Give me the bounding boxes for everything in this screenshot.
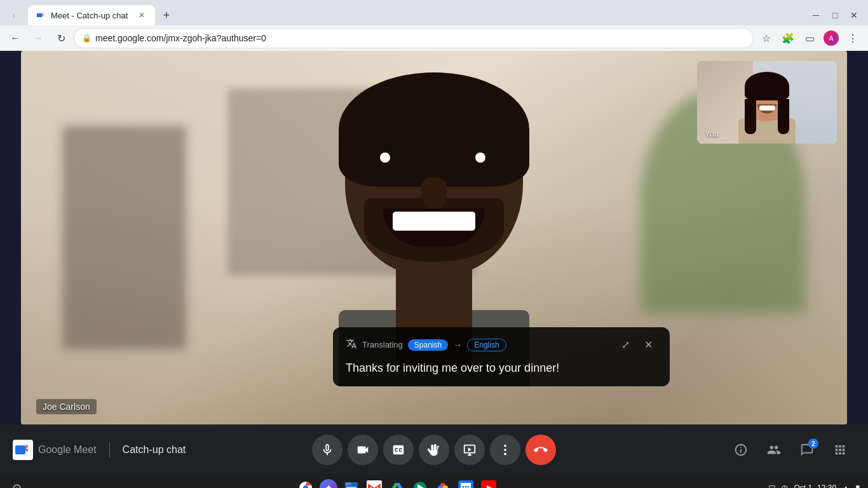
bookmark-button[interactable]: ☆ [756,28,776,48]
arrow-icon: → [453,340,462,350]
taskbar-right: ⊡ ⊕ Oct 1 12:30 ▲ ▮ [768,483,860,488]
lock-icon: 🔒 [82,34,92,43]
translation-overlay: Translating Spanish → English ⤢ ✕ Thanks… [333,327,670,386]
extensions-button[interactable]: 🧩 [778,28,798,48]
captions-button[interactable] [383,435,414,465]
translation-header: Translating Spanish → English ⤢ ✕ [346,336,657,354]
end-call-button[interactable] [526,435,556,465]
time-display: 12:30 [817,484,836,488]
window-controls: ─ □ ✕ [807,6,863,24]
right-eye-white [475,152,485,163]
screen-reader-app[interactable]: ⊙ [8,479,25,488]
add-icon[interactable]: ⊕ [781,483,789,488]
meet-container: Joe Carlson Translating Spanish → Englis… [0,51,868,424]
messages-app-icon[interactable] [457,479,475,488]
tab-favicon [36,10,46,20]
date-text: Oct 1 [794,484,812,488]
new-tab-button[interactable]: + [158,6,175,24]
translation-close-button[interactable]: ✕ [639,336,657,354]
raise-hand-button[interactable] [419,435,449,465]
translation-expand-button[interactable]: ⤢ [616,336,634,354]
svg-point-4 [504,449,506,451]
self-view-label: You [705,129,719,139]
taskbar: ⊙ ✦ [0,475,868,488]
main-video: Joe Carlson Translating Spanish → Englis… [21,51,847,424]
menu-button[interactable]: ⋮ [843,28,863,48]
svg-point-20 [462,486,464,488]
tab-prev-button[interactable]: ‹ [5,6,23,24]
svg-rect-2 [15,445,25,454]
google-meet-icon [13,440,33,460]
face-head [345,72,523,276]
wifi-icon: ▲ [841,483,850,488]
left-eye [370,150,402,169]
left-eye-white [380,152,390,163]
more-options-button[interactable] [490,435,520,465]
google-meet-wordmark: Google Meet [38,444,97,456]
chat-badge: 2 [808,438,818,449]
translate-icon [346,338,357,352]
close-button[interactable]: ✕ [845,6,863,24]
svg-point-21 [465,486,466,488]
profile-button[interactable]: A [821,28,841,48]
camera-button[interactable] [348,435,378,465]
taskbar-left: ⊙ [8,479,25,488]
maximize-button[interactable]: □ [826,6,844,24]
right-eye [466,150,498,169]
translation-text: Thanks for inviting me over to your dinn… [346,360,657,376]
date-display: Oct 1 [794,484,812,488]
active-tab[interactable]: Meet - Catch-up chat ✕ [28,5,155,25]
reload-button[interactable]: ↻ [51,28,71,48]
back-button[interactable]: ← [5,28,25,48]
face-nose [421,178,447,210]
address-bar[interactable]: 🔒 meet.google.com/jmx-zgoh-jka?authuser=… [74,28,754,48]
svg-point-5 [504,453,506,456]
google-drive-app-icon[interactable] [388,479,406,488]
teeth [393,212,475,231]
meet-right-controls: 2 [726,435,855,465]
tab-close-button[interactable]: ✕ [136,10,147,21]
google-play-app-icon[interactable] [411,479,429,488]
browser-chrome: ‹ Meet - Catch-up chat ✕ + ─ □ ✕ ← [0,0,868,51]
people-button[interactable] [759,435,789,465]
bard-app-icon[interactable]: ✦ [320,479,337,488]
chrome-app-icon[interactable] [297,479,315,488]
svg-rect-10 [345,482,351,485]
furniture-bg [62,126,186,350]
activities-button[interactable] [825,435,855,465]
files-app-icon[interactable] [342,479,360,488]
google-photos-app-icon[interactable] [434,479,452,488]
meet-bar-divider [109,442,110,458]
url-display: meet.google.com/jmx-zgoh-jka?authuser=0 [95,33,745,43]
battery-icon: ▮ [855,483,860,488]
tab-left-controls: ‹ [5,6,23,24]
forward-button[interactable]: → [28,28,48,48]
translating-label: Translating [362,340,403,349]
tab-title: Meet - Catch-up chat [51,11,131,20]
meet-logo: Google Meet Catch-up chat [13,440,186,460]
participant-name-label: Joe Carlson [36,399,97,414]
face-eyes [370,150,498,175]
meet-bar: Google Meet Catch-up chat [0,424,868,475]
taskbar-center: ✦ [31,479,763,488]
meeting-title: Catch-up chat [123,444,186,456]
sidebar-button[interactable]: ▭ [799,28,820,48]
gmail-app-icon[interactable] [365,479,383,488]
toolbar-right: ☆ 🧩 ▭ A ⋮ [756,28,863,48]
google-meet-logo [13,440,33,460]
svg-point-22 [467,486,469,488]
svg-point-3 [504,445,506,447]
browser-tabs: ‹ Meet - Catch-up chat ✕ + ─ □ ✕ [0,0,868,25]
info-button[interactable] [726,435,756,465]
minimize-button[interactable]: ─ [807,6,825,24]
chat-button[interactable]: 2 [792,435,822,465]
screen-capture-icon[interactable]: ⊡ [768,483,776,488]
browser-toolbar: ← → ↻ 🔒 meet.google.com/jmx-zgoh-jka?aut… [0,25,868,51]
present-button[interactable] [454,435,485,465]
mic-button[interactable] [312,435,342,465]
youtube-app-icon[interactable] [480,479,498,488]
target-language-badge: English [467,339,506,351]
meet-controls [312,435,556,465]
source-language-badge: Spanish [408,339,448,351]
self-view: You [697,61,837,144]
